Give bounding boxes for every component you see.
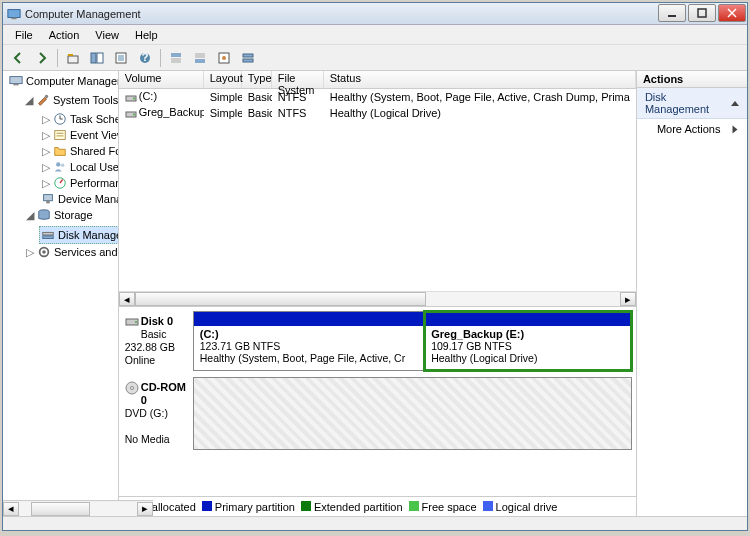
show-hide-tree-button[interactable] (86, 47, 108, 69)
actions-more[interactable]: More Actions (637, 119, 747, 139)
scroll-thumb[interactable] (135, 292, 426, 306)
toolbar-separator (160, 49, 161, 67)
svg-point-47 (133, 113, 135, 115)
scroll-track[interactable] (19, 502, 137, 516)
tree-task-scheduler[interactable]: ▷Task Scheduler (39, 111, 119, 127)
drive-icon (125, 92, 137, 104)
maximize-button[interactable] (688, 4, 716, 22)
app-icon (7, 7, 21, 21)
svg-point-45 (133, 97, 135, 99)
tree-device-manager[interactable]: Device Manager (39, 191, 119, 207)
expand-icon[interactable]: ▷ (41, 131, 50, 140)
col-type[interactable]: Type (242, 71, 272, 88)
legend-primary: Primary partition (202, 501, 295, 513)
tree-pane[interactable]: Computer Management (Local ◢ System Tool… (3, 71, 119, 516)
legend-free: Free space (409, 501, 477, 513)
volume-scrollbar[interactable]: ◂ ▸ (119, 291, 636, 307)
menu-view[interactable]: View (87, 27, 127, 43)
legend-logical: Logical drive (483, 501, 558, 513)
close-button[interactable] (718, 4, 746, 22)
tree-system-tools[interactable]: ◢ System Tools (23, 92, 114, 108)
drive-icon (125, 108, 137, 120)
tree-shared-folders[interactable]: ▷Shared Folders (39, 143, 119, 159)
tree-event-viewer[interactable]: ▷Event Viewer (39, 127, 119, 143)
back-button[interactable] (7, 47, 29, 69)
scroll-left-button[interactable]: ◂ (3, 502, 19, 516)
tree-label: Local Users and Groups (70, 159, 119, 175)
refresh-button[interactable] (237, 47, 259, 69)
tree-root-label: Computer Management (Local (26, 73, 119, 89)
partition[interactable]: (C:)123.71 GB NTFSHealthy (System, Boot,… (194, 312, 425, 370)
expand-icon[interactable]: ▷ (25, 248, 34, 257)
scroll-track[interactable] (135, 292, 620, 306)
svg-rect-22 (243, 54, 253, 57)
disk-row: Disk 0Basic232.88 GBOnline(C:)123.71 GB … (123, 311, 632, 371)
forward-button[interactable] (31, 47, 53, 69)
col-fs[interactable]: File System (272, 71, 324, 88)
tree-performance[interactable]: ▷Performance (39, 175, 119, 191)
volume-rows: (C:)SimpleBasicNTFSHealthy (System, Boot… (119, 89, 636, 121)
expand-icon[interactable]: ▷ (41, 179, 50, 188)
scroll-thumb[interactable] (31, 502, 90, 516)
collapse-icon (731, 101, 739, 106)
volume-row[interactable]: (C:)SimpleBasicNTFSHealthy (System, Boot… (119, 89, 636, 105)
up-button[interactable] (62, 47, 84, 69)
svg-point-49 (135, 321, 137, 323)
users-icon (53, 160, 67, 174)
actions-section[interactable]: Disk Management (637, 88, 747, 119)
collapse-icon[interactable]: ◢ (25, 211, 34, 220)
svg-rect-7 (68, 54, 73, 56)
svg-rect-41 (43, 236, 54, 239)
menu-view-label: View (95, 29, 119, 41)
actions-header: Actions (637, 71, 747, 88)
tree-services-apps[interactable]: ▷Services and Applications (23, 244, 119, 260)
svg-point-33 (56, 162, 60, 166)
partition[interactable]: Greg_Backup (E:)109.17 GB NTFSHealthy (L… (425, 312, 631, 370)
tree-disk-management[interactable]: Disk Management (39, 226, 119, 244)
actions-more-label: More Actions (657, 123, 721, 135)
disk-row: CD-ROM 0DVD (G:)No Media (123, 377, 632, 450)
help-button[interactable]: ? (134, 47, 156, 69)
disk-mgmt-icon (41, 228, 55, 242)
menu-help[interactable]: Help (127, 27, 166, 43)
device-icon (41, 192, 55, 206)
tree-root[interactable]: Computer Management (Local (7, 73, 116, 89)
view-top-button[interactable] (165, 47, 187, 69)
expand-icon[interactable]: ▷ (41, 115, 50, 124)
tree-scrollbar[interactable]: ◂ ▸ (3, 500, 153, 516)
menu-file[interactable]: File (7, 27, 41, 43)
tree-storage[interactable]: ◢ Storage (23, 207, 114, 223)
view-bottom-button[interactable] (189, 47, 211, 69)
col-volume[interactable]: Volume (119, 71, 204, 88)
tree-label: Shared Folders (70, 143, 119, 159)
volume-list-space (119, 121, 636, 291)
disk-partitions: (C:)123.71 GB NTFSHealthy (System, Boot,… (193, 311, 632, 371)
clock-icon (53, 112, 67, 126)
svg-text:?: ? (142, 51, 149, 63)
expand-icon[interactable]: ▷ (41, 163, 50, 172)
svg-rect-16 (171, 53, 181, 57)
col-status[interactable]: Status (324, 71, 636, 88)
expand-icon[interactable]: ▷ (41, 147, 50, 156)
collapse-icon[interactable]: ◢ (25, 96, 33, 105)
minimize-button[interactable] (658, 4, 686, 22)
legend: Unallocated Primary partition Extended p… (119, 496, 636, 516)
tree-local-users[interactable]: ▷Local Users and Groups (39, 159, 119, 175)
svg-rect-1 (11, 17, 16, 19)
scroll-right-button[interactable]: ▸ (620, 292, 636, 306)
svg-rect-40 (43, 232, 54, 235)
col-layout[interactable]: Layout (204, 71, 242, 88)
volume-row[interactable]: Greg_Backup (E:)SimpleBasicNTFSHealthy (… (119, 105, 636, 121)
scroll-left-button[interactable]: ◂ (119, 292, 135, 306)
tree: Computer Management (Local ◢ System Tool… (3, 73, 118, 260)
tools-icon (36, 93, 50, 107)
window: Computer Management File Action View Hel… (2, 2, 748, 531)
volume-header: Volume Layout Type File System Status (119, 71, 636, 89)
settings-button[interactable] (213, 47, 235, 69)
menu-action[interactable]: Action (41, 27, 88, 43)
properties-button[interactable] (110, 47, 132, 69)
storage-icon (37, 208, 51, 222)
tree-label: Services and Applications (54, 244, 119, 260)
scroll-right-button[interactable]: ▸ (137, 502, 153, 516)
disk-partitions (193, 377, 632, 450)
